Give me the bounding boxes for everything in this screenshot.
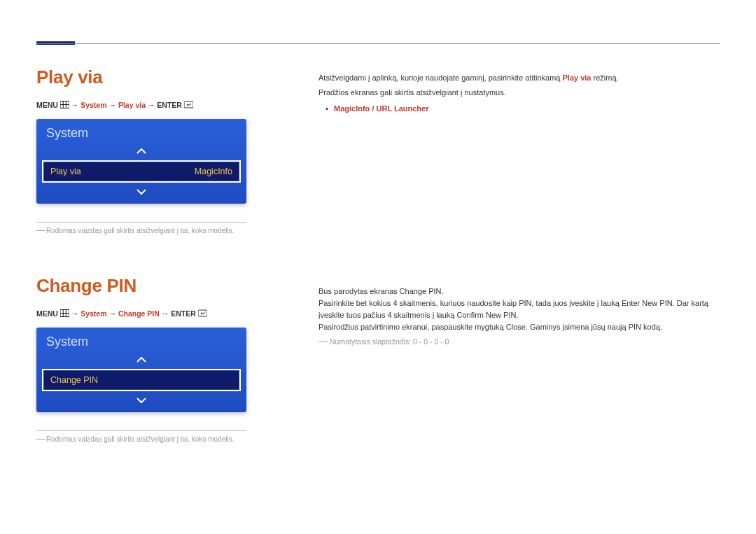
section-title: Change PIN	[36, 275, 274, 297]
footnote-separator	[36, 430, 246, 431]
default-password-note: Numatytasis slaptažodis: 0 - 0 - 0 - 0	[318, 336, 718, 347]
enter-icon	[184, 101, 193, 108]
osd-up-arrow-icon[interactable]	[36, 145, 246, 157]
footnote-separator	[36, 222, 246, 223]
osd-row-label: Change PIN	[50, 375, 98, 385]
body-play-via: Atsižvelgdami į aplinką, kurioje naudoja…	[318, 72, 718, 115]
menu-grid-icon	[60, 101, 69, 108]
text: Pasirodžius patvirtinimo ekranui, paspau…	[318, 323, 506, 331]
osd-row-label: Play via	[50, 167, 81, 176]
enter-icon	[198, 309, 207, 317]
text: Pasirinkite bet kokius 4 skaitmenis, kur…	[318, 299, 622, 307]
path-item: Play via	[118, 101, 146, 109]
model-footnote: Rodomas vaizdas gali skirtis atsižvelgia…	[36, 435, 274, 443]
osd-selected-row[interactable]: Change PIN	[42, 369, 241, 391]
enter-label: ENTER	[171, 309, 196, 318]
section-change-pin: Change PIN MENU → System → Change PIN → …	[36, 275, 274, 443]
osd-up-arrow-icon[interactable]	[36, 353, 246, 366]
section-title: Play via	[36, 66, 274, 88]
arrow: →	[71, 101, 80, 109]
osd-title: System	[36, 119, 246, 145]
osd-panel: System Play via MagicInfo	[36, 119, 246, 204]
bullet-item: MagicInfo / URL Launcher	[318, 103, 718, 115]
arrow: →	[71, 309, 80, 318]
text: .	[516, 311, 518, 319]
menu-label: MENU	[36, 309, 58, 318]
paragraph: Atsižvelgdami į aplinką, kurioje naudoja…	[318, 72, 718, 84]
highlight: Confirm New PIN	[456, 311, 516, 319]
menu-path: MENU → System → Play via → ENTER	[36, 101, 274, 109]
menu-label: MENU	[36, 101, 58, 109]
highlight: Close	[506, 323, 526, 331]
paragraph: Pradžios ekranas gali skirtis atsižvelgi…	[318, 87, 718, 99]
path-item: Change PIN	[118, 309, 160, 318]
header-rule	[36, 43, 720, 44]
osd-selected-row[interactable]: Play via MagicInfo	[42, 160, 241, 183]
enter-label: ENTER	[157, 101, 182, 109]
arrow: →	[160, 309, 171, 318]
section-play-via: Play via MENU → System → Play via → ENTE…	[36, 66, 274, 234]
text: . Gaminys įsimena jūsų naują PIN kodą.	[526, 323, 662, 331]
path-system: System	[80, 101, 106, 109]
paragraph: Bus parodytas ekranas Change PIN.	[318, 286, 718, 297]
osd-down-arrow-icon[interactable]	[36, 185, 246, 204]
osd-down-arrow-icon[interactable]	[36, 394, 246, 412]
text: Atsižvelgdami į aplinką, kurioje naudoja…	[318, 73, 563, 82]
osd-title: System	[36, 328, 246, 353]
highlight: Enter New PIN	[622, 299, 673, 307]
arrow: →	[107, 309, 118, 318]
arrow: →	[146, 101, 157, 109]
path-system: System	[80, 309, 106, 318]
option-list: MagicInfo / URL Launcher	[334, 104, 428, 113]
model-footnote: Rodomas vaizdas gali skirtis atsižvelgia…	[36, 227, 274, 234]
paragraph: Pasirodžius patvirtinimo ekranui, paspau…	[318, 321, 718, 333]
highlight: Change PIN	[400, 287, 442, 295]
osd-row-value: MagicInfo	[195, 167, 232, 176]
menu-path: MENU → System → Change PIN → ENTER	[36, 309, 274, 318]
menu-grid-icon	[60, 309, 69, 317]
highlight: Play via	[563, 73, 592, 82]
text: .	[442, 287, 444, 295]
paragraph: Pasirinkite bet kokius 4 skaitmenis, kur…	[318, 297, 718, 321]
text: režimą.	[592, 73, 619, 82]
osd-panel: System Change PIN	[36, 328, 246, 412]
arrow: →	[107, 101, 118, 109]
body-change-pin: Bus parodytas ekranas Change PIN. Pasiri…	[318, 286, 718, 347]
text: Bus parodytas ekranas	[318, 287, 400, 295]
